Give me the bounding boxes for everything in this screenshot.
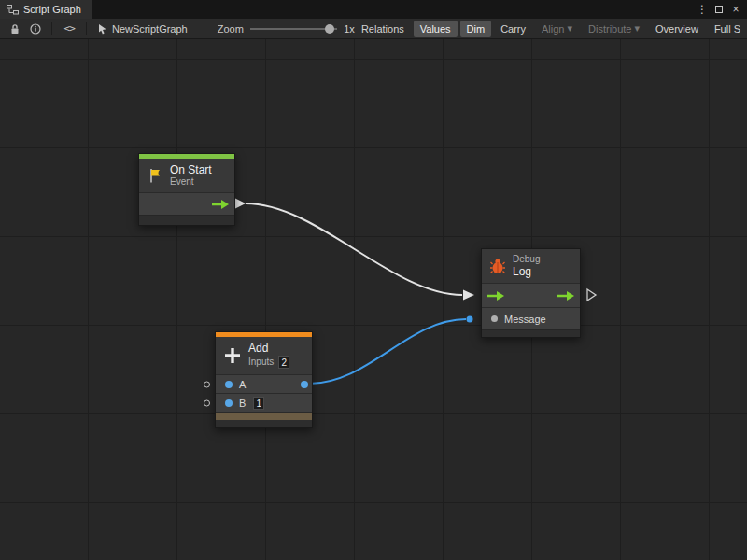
flag-icon (147, 167, 163, 184)
node-accent-strip (216, 412, 312, 420)
plus-icon (223, 346, 242, 365)
node-title: Add (248, 342, 289, 355)
toolbar-separator (51, 22, 52, 35)
overview-button[interactable]: Overview (649, 21, 705, 37)
flow-input-port[interactable] (486, 290, 505, 301)
node-title: Log (513, 265, 540, 278)
node-footer (139, 215, 234, 225)
zoom-label: Zoom (218, 23, 244, 35)
chevron-down-icon: ▾ (568, 22, 573, 35)
inputs-count-field[interactable]: 2 (278, 356, 289, 369)
flow-output-port[interactable] (557, 290, 575, 301)
node-header[interactable]: On Start Event (139, 159, 234, 192)
graph-canvas[interactable]: On Start Event Debug Log (0, 39, 747, 560)
graph-name: NewScriptGraph (112, 23, 188, 35)
wire-start-arrowhead (235, 199, 246, 209)
node-add[interactable]: Add Inputs 2 A B 1 (215, 331, 313, 428)
info-icon[interactable] (27, 21, 44, 37)
graph-reference[interactable]: NewScriptGraph (97, 23, 188, 35)
message-input-port[interactable] (491, 315, 498, 322)
input-port-a[interactable] (225, 381, 233, 388)
toolbar: <> NewScriptGraph Zoom 1x Relations Valu… (0, 19, 747, 39)
port-b-label: B (239, 398, 246, 409)
bug-icon (489, 258, 506, 274)
node-header[interactable]: Debug Log (482, 249, 580, 283)
input-row-b: B 1 (216, 393, 312, 412)
lock-icon[interactable] (7, 21, 23, 37)
align-label: Align (542, 23, 564, 35)
node-footer (216, 420, 312, 427)
sum-output-port[interactable] (301, 381, 308, 388)
message-port-row: Message (482, 307, 580, 329)
b-value-field[interactable]: 1 (253, 397, 264, 410)
input-port-b[interactable] (225, 399, 233, 407)
tab-title: Script Graph (23, 4, 81, 15)
zoom-handle[interactable] (325, 24, 334, 34)
flow-output-port[interactable] (211, 199, 230, 210)
fullscreen-button[interactable]: Full S (708, 21, 747, 37)
wire-end-arrowhead (463, 290, 474, 301)
code-icon[interactable]: <> (61, 21, 78, 37)
node-footer (482, 329, 580, 337)
flow-port-row (139, 192, 234, 215)
maximize-icon[interactable] (712, 0, 726, 19)
port-a-label: A (239, 379, 246, 390)
connections-layer (0, 39, 747, 560)
inputs-label: Inputs (248, 357, 274, 368)
pointer-icon (97, 23, 107, 35)
distribute-button[interactable]: Distribute ▾ (582, 20, 646, 37)
zoom-value: 1x (344, 23, 355, 35)
window-controls: ⋮ × (695, 0, 747, 19)
tab-script-graph[interactable]: Script Graph (0, 0, 92, 19)
distribute-label: Distribute (588, 23, 631, 35)
node-type-label: Event (170, 176, 212, 188)
message-label: Message (504, 314, 546, 325)
menu-icon[interactable]: ⋮ (695, 0, 710, 19)
unconnected-port-ring[interactable] (204, 381, 210, 387)
unconnected-port-ring[interactable] (204, 399, 210, 406)
input-row-a: A (216, 374, 312, 393)
wire-add-to-message[interactable] (309, 319, 466, 384)
maximize-box (715, 6, 723, 13)
unconnected-flow-indicator[interactable] (587, 289, 596, 301)
wire-onstart-to-debuglog[interactable] (246, 203, 462, 295)
toolbar-separator (86, 22, 87, 35)
script-graph-icon (7, 5, 19, 15)
toolbar-buttons: Relations Values Dim Carry Align ▾ Distr… (355, 20, 747, 37)
zoom-track (250, 28, 337, 30)
node-debug-log[interactable]: Debug Log Message (481, 248, 581, 338)
titlebar: Script Graph ⋮ × (0, 0, 747, 19)
dim-button[interactable]: Dim (460, 21, 492, 37)
carry-button[interactable]: Carry (494, 21, 532, 37)
chevron-down-icon: ▾ (635, 22, 641, 35)
close-icon[interactable]: × (728, 0, 743, 19)
node-header[interactable]: Add Inputs 2 (216, 337, 312, 374)
node-on-start[interactable]: On Start Event (138, 153, 235, 226)
flow-port-row (482, 283, 580, 307)
node-category: Debug (513, 254, 540, 265)
relations-button[interactable]: Relations (355, 21, 411, 37)
align-button[interactable]: Align ▾ (535, 20, 579, 37)
wire-end-dot (467, 316, 473, 323)
zoom-slider[interactable] (250, 22, 337, 35)
node-title: On Start (170, 163, 212, 176)
values-button[interactable]: Values (414, 21, 458, 37)
